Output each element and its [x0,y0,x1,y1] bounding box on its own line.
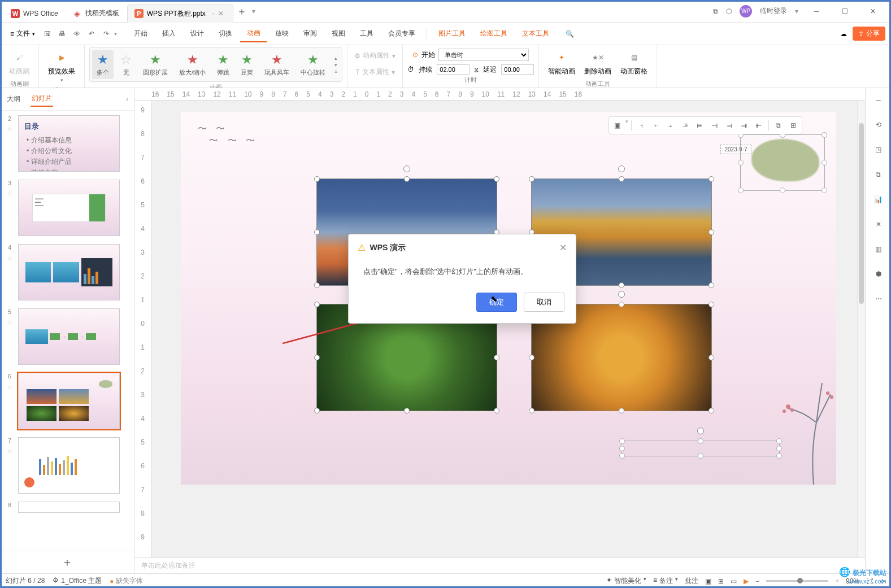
ok-button[interactable]: 确定 [476,293,517,312]
st-collapse-icon[interactable]: ─ [872,94,885,106]
effect-pod[interactable]: ★豆荚 [236,50,258,79]
cloud-sync-icon[interactable]: ☁ [840,30,847,38]
minimize-button[interactable]: ─ [806,3,827,20]
st-layout-icon[interactable]: ⧉ [872,168,885,181]
qat-save-icon[interactable]: 🖫 [41,27,54,41]
effect-pinwheel[interactable]: ★玩具风车 [260,50,294,79]
thumb-row[interactable]: 8 [5,502,129,513]
rotate-handle[interactable] [618,291,625,298]
effects-gallery[interactable]: ★多个 ☆无 ★圆形扩展 ★放大/缩小 ★弹跳 ★豆荚 ★玩具风车 ★中心旋转 … [89,47,342,82]
menu-view[interactable]: 视图 [325,25,352,42]
smart-animation-button[interactable]: ✦ 智能动画 [544,47,580,79]
close-button[interactable]: ✕ [863,3,883,20]
qat-print-icon[interactable]: 🖶 [55,27,69,41]
st-chart-icon[interactable]: 📊 [872,193,885,206]
thumb-row[interactable]: 5☆→→ [5,308,129,365]
menu-text-tools[interactable]: 文本工具 [515,25,556,42]
ft-align-center-v-icon[interactable]: ⫢ [693,119,707,132]
slide-canvas[interactable]: ▣▾ ⫞ ⫟ ⫠ ⫡ ⫢ ⫣ ⫤ ⫥ ⫦ ⧉ ⊞ [181,112,836,485]
effect-multiple[interactable]: ★多个 [92,50,114,79]
ft-group-icon[interactable]: ⧉ [772,119,785,132]
tab-document[interactable]: P WPS PPT教程.pptx ◦ ✕ [127,5,233,23]
ft-align-top-icon[interactable]: ⫡ [679,119,692,132]
avatar[interactable]: WP [740,5,752,18]
st-tools-icon[interactable]: ✕ [872,218,885,230]
ft-align-bottom-icon[interactable]: ⫣ [708,119,722,132]
beautify-button[interactable]: ✦智能美化▾ [606,576,646,586]
ft-distribute-h-icon[interactable]: ⫤ [723,119,736,132]
vertical-scrollbar[interactable] [857,101,865,557]
login-label[interactable]: 临时登录 [760,6,787,16]
slide-thumb[interactable]: ▬▬▬▬▬▬▬▬ [18,180,120,236]
view-slideshow-icon[interactable]: ▶ [744,577,749,585]
thumb-row[interactable]: 3☆▬▬▬▬▬▬▬▬ [5,180,129,236]
hide-toggle[interactable]: 批注 [685,576,698,586]
effect-circle[interactable]: ★圆形扩展 [138,50,172,79]
menu-start[interactable]: 开始 [127,25,154,42]
effect-none[interactable]: ☆无 [116,50,136,79]
new-slide-button[interactable]: ＋ [0,551,134,573]
slide-thumb[interactable]: 目录• 介绍基本信息• 介绍公司文化• 详细介绍产品• 营销方案 [18,115,120,172]
ft-crop-icon[interactable]: ▣ [611,119,624,132]
slide-thumb[interactable] [18,244,120,300]
st-template-icon[interactable]: ▥ [872,243,885,255]
missing-font-warning[interactable]: ●缺失字体 [110,576,143,586]
star-icon[interactable]: ☆ [7,447,13,455]
share-button[interactable]: ⇪ 分享 [853,27,885,41]
thumb-row[interactable]: 7☆ [5,437,129,494]
canvas-area[interactable]: ▣▾ ⫞ ⫟ ⫠ ⫡ ⫢ ⫣ ⫤ ⫥ ⫦ ⧉ ⊞ [151,101,865,557]
qat-redo-icon[interactable]: ↷ [99,27,113,41]
view-reading-icon[interactable]: ▭ [731,577,737,585]
menu-picture-tools[interactable]: 图片工具 [432,25,472,42]
effect-spin[interactable]: ★中心旋转 [296,50,330,79]
tab-templates[interactable]: ◈ 找稻壳模板 [66,5,126,23]
notes-placeholder[interactable]: 单击此处添加备注 [134,557,865,573]
maximize-button[interactable]: ☐ [835,3,855,20]
ft-align-left-icon[interactable]: ⫞ [634,119,648,132]
menu-insert[interactable]: 插入 [155,25,182,42]
slides-tab[interactable]: 幻灯片 [31,92,53,107]
thumb-row[interactable]: 4☆ [5,244,129,300]
menu-tools[interactable]: 工具 [353,25,380,42]
tab-wps-office[interactable]: W WPS Office [4,5,65,23]
zoom-slider[interactable] [766,580,828,582]
delay-input[interactable] [501,64,534,75]
gallery-more-icon[interactable]: ≡ [334,69,337,75]
start-combo[interactable]: 单击时 [438,49,529,61]
tab-menu-icon[interactable]: ◦ [212,10,215,18]
qat-preview-icon[interactable]: 👁 [70,27,84,41]
ft-equalize-icon[interactable]: ⫦ [752,119,766,132]
gallery-down-icon[interactable]: ▾ [334,62,337,68]
notes-toggle[interactable]: ≡备注▾ [653,576,678,586]
st-shape-icon[interactable]: ◳ [872,143,885,156]
outline-tab[interactable]: 大纲 [6,92,21,106]
st-more-icon[interactable]: ⋯ [872,293,885,305]
st-resource-icon[interactable]: ⬢ [872,268,885,280]
login-dropdown-icon[interactable]: ▾ [795,7,798,15]
star-icon[interactable]: ☆ [7,319,13,326]
star-icon[interactable]: ☆ [7,254,13,262]
ft-align-center-h-icon[interactable]: ⫟ [649,119,663,132]
animation-painter-button[interactable]: 🖌 动画刷 [5,47,34,79]
rotate-handle[interactable] [403,165,410,172]
rotate-handle[interactable] [618,165,625,172]
menu-animation[interactable]: 动画 [240,25,267,42]
star-icon[interactable]: ☆ [7,190,13,198]
effect-bounce[interactable]: ★弹跳 [212,50,234,79]
ft-grid-icon[interactable]: ⊞ [786,119,800,132]
rotate-handle[interactable] [697,428,704,434]
theme-indicator[interactable]: ⚙1_Office 主题 [53,576,102,586]
slide-thumb[interactable] [18,437,120,494]
slide-thumb[interactable] [18,502,120,513]
delete-animation-button[interactable]: ★✕ 删除动画 [580,47,616,79]
file-menu[interactable]: ≡ 文件 ▾ [6,27,40,41]
zoom-out-icon[interactable]: − [755,577,759,585]
slide-thumb[interactable] [18,373,120,429]
dialog-close-icon[interactable]: ✕ [559,242,567,253]
thumbnails-list[interactable]: 2☆目录• 介绍基本信息• 介绍公司文化• 详细介绍产品• 营销方案 3☆▬▬▬… [0,111,134,551]
menu-member[interactable]: 会员专享 [381,25,422,42]
duration-input[interactable] [437,64,470,75]
animation-pane-button[interactable]: ▤ 动画窗格 [616,47,652,79]
collapse-panel-icon[interactable]: ‹ [126,95,128,103]
tab-dropdown-icon[interactable]: ▾ [252,7,255,15]
